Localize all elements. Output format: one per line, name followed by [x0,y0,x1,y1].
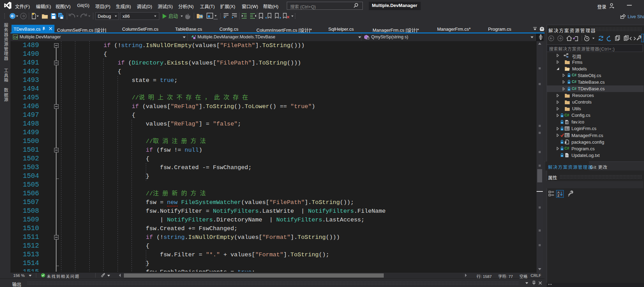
svg-text:x86: x86 [122,14,130,19]
svg-text:Z: Z [557,194,559,197]
svg-text:启动: 启动 [169,14,178,19]
svg-text:Debug: Debug [98,14,111,19]
svg-text:C#: C# [14,36,18,39]
